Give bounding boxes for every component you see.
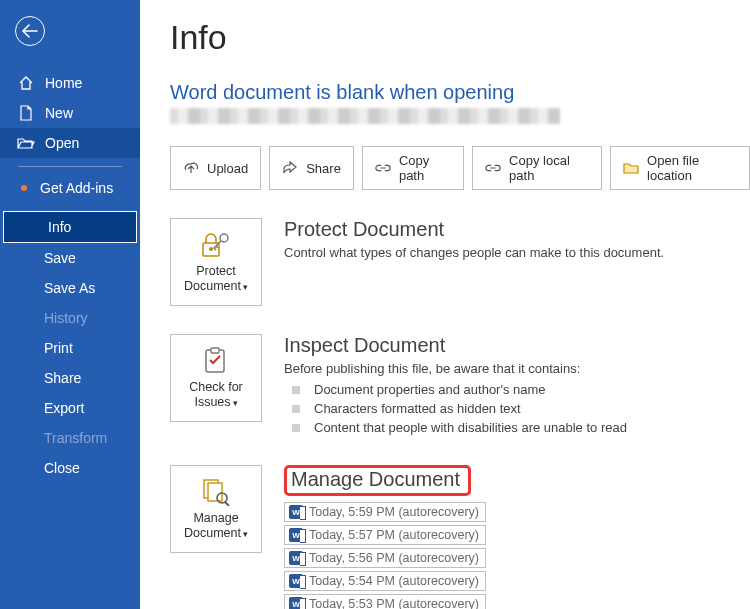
share-button[interactable]: Share bbox=[269, 146, 354, 190]
inspect-item: Content that people with disabilities ar… bbox=[284, 418, 750, 437]
word-doc-icon: W bbox=[289, 528, 303, 542]
sidebar-label: Save bbox=[44, 250, 76, 266]
page-title: Info bbox=[170, 18, 750, 57]
protect-document-button[interactable]: Protect Document▾ bbox=[170, 218, 262, 306]
section-desc: Control what types of changes people can… bbox=[284, 245, 750, 260]
svg-point-1 bbox=[209, 247, 213, 251]
sidebar-label: Print bbox=[44, 340, 73, 356]
inspect-list: Document properties and author's name Ch… bbox=[284, 380, 750, 437]
backstage-sidebar: Home New Open Get Add-ins Info Save Save bbox=[0, 0, 140, 609]
section-title: Protect Document bbox=[284, 218, 750, 241]
version-item[interactable]: WToday, 5:53 PM (autorecovery) bbox=[284, 594, 486, 609]
sidebar-item-addins[interactable]: Get Add-ins bbox=[0, 173, 140, 203]
word-doc-icon: W bbox=[289, 597, 303, 609]
word-doc-icon: W bbox=[289, 574, 303, 588]
sidebar-label: History bbox=[44, 310, 88, 326]
button-label: Copy path bbox=[399, 153, 451, 183]
check-for-issues-button[interactable]: Check for Issues▾ bbox=[170, 334, 262, 422]
word-doc-icon: W bbox=[289, 551, 303, 565]
sidebar-divider bbox=[18, 166, 122, 167]
manage-doc-icon bbox=[200, 477, 232, 507]
sidebar-item-save[interactable]: Save bbox=[0, 243, 140, 273]
document-title: Word document is blank when opening bbox=[170, 81, 750, 104]
sidebar-label: Export bbox=[44, 400, 84, 416]
folder-icon bbox=[623, 161, 639, 175]
button-label: Open file location bbox=[647, 153, 737, 183]
manage-section: Manage Document▾ Manage Document WToday,… bbox=[170, 465, 750, 609]
addins-badge-icon bbox=[21, 185, 27, 191]
sidebar-label: Info bbox=[48, 219, 71, 235]
action-row: Upload Share Copy path Copy local path O… bbox=[170, 146, 750, 190]
link-icon bbox=[375, 161, 391, 175]
back-arrow-icon bbox=[22, 24, 38, 38]
section-title: Manage Document bbox=[291, 468, 460, 490]
inspect-item: Document properties and author's name bbox=[284, 380, 750, 399]
big-btn-label: Protect Document bbox=[184, 264, 241, 293]
svg-rect-6 bbox=[208, 483, 222, 501]
sidebar-item-saveas[interactable]: Save As bbox=[0, 273, 140, 303]
chevron-down-icon: ▾ bbox=[233, 398, 238, 408]
chevron-down-icon: ▾ bbox=[243, 529, 248, 539]
protect-section: Protect Document▾ Protect Document Contr… bbox=[170, 218, 750, 306]
sidebar-label: Transform bbox=[44, 430, 107, 446]
main-content: Info Word document is blank when opening… bbox=[140, 0, 750, 609]
sidebar-label: Close bbox=[44, 460, 80, 476]
upload-icon bbox=[183, 161, 199, 175]
big-btn-label: Manage Document bbox=[184, 511, 241, 540]
sidebar-label: Share bbox=[44, 370, 81, 386]
sidebar-item-export[interactable]: Export bbox=[0, 393, 140, 423]
sidebar-label: Get Add-ins bbox=[40, 180, 113, 196]
sidebar-label: Open bbox=[45, 135, 79, 151]
sidebar-label: Save As bbox=[44, 280, 95, 296]
chevron-down-icon: ▾ bbox=[243, 282, 248, 292]
open-file-location-button[interactable]: Open file location bbox=[610, 146, 750, 190]
bullet-icon bbox=[292, 424, 300, 432]
sidebar-item-share[interactable]: Share bbox=[0, 363, 140, 393]
sidebar-item-open[interactable]: Open bbox=[0, 128, 140, 158]
word-doc-icon: W bbox=[289, 505, 303, 519]
sidebar-item-close[interactable]: Close bbox=[0, 453, 140, 483]
bullet-icon bbox=[292, 405, 300, 413]
new-doc-icon bbox=[17, 105, 35, 121]
version-item[interactable]: WToday, 5:57 PM (autorecovery) bbox=[284, 525, 486, 545]
button-label: Copy local path bbox=[509, 153, 589, 183]
upload-button[interactable]: Upload bbox=[170, 146, 261, 190]
button-label: Share bbox=[306, 161, 341, 176]
button-label: Upload bbox=[207, 161, 248, 176]
version-item[interactable]: WToday, 5:59 PM (autorecovery) bbox=[284, 502, 486, 522]
version-list: WToday, 5:59 PM (autorecovery) WToday, 5… bbox=[284, 502, 750, 609]
sidebar-item-home[interactable]: Home bbox=[0, 68, 140, 98]
svg-point-2 bbox=[220, 234, 228, 242]
inspect-section: Check for Issues▾ Inspect Document Befor… bbox=[170, 334, 750, 437]
version-item[interactable]: WToday, 5:56 PM (autorecovery) bbox=[284, 548, 486, 568]
sidebar-item-info[interactable]: Info bbox=[3, 211, 137, 243]
svg-rect-4 bbox=[211, 348, 219, 353]
back-button[interactable] bbox=[15, 16, 45, 46]
document-path bbox=[170, 108, 560, 124]
open-folder-icon bbox=[17, 136, 35, 150]
share-icon bbox=[282, 161, 298, 175]
bullet-icon bbox=[292, 386, 300, 394]
inspect-icon bbox=[201, 346, 231, 376]
copy-path-button[interactable]: Copy path bbox=[362, 146, 464, 190]
sidebar-item-print[interactable]: Print bbox=[0, 333, 140, 363]
sidebar-label: Home bbox=[45, 75, 82, 91]
copy-local-path-button[interactable]: Copy local path bbox=[472, 146, 602, 190]
highlight-box: Manage Document bbox=[284, 465, 471, 496]
section-desc: Before publishing this file, be aware th… bbox=[284, 361, 750, 376]
section-title: Inspect Document bbox=[284, 334, 750, 357]
sidebar-label: New bbox=[45, 105, 73, 121]
sidebar-item-transform: Transform bbox=[0, 423, 140, 453]
sidebar-item-new[interactable]: New bbox=[0, 98, 140, 128]
manage-document-button[interactable]: Manage Document▾ bbox=[170, 465, 262, 553]
version-item[interactable]: WToday, 5:54 PM (autorecovery) bbox=[284, 571, 486, 591]
home-icon bbox=[17, 76, 35, 90]
lock-key-icon bbox=[199, 230, 233, 260]
inspect-item: Characters formatted as hidden text bbox=[284, 399, 750, 418]
sidebar-item-history: History bbox=[0, 303, 140, 333]
link-icon bbox=[485, 161, 501, 175]
